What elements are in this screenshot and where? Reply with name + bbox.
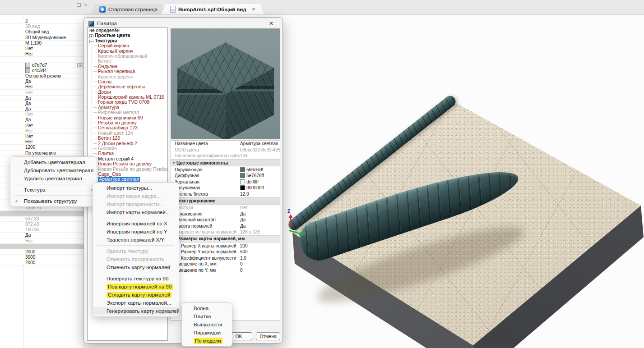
property-row[interactable]: 2000 bbox=[0, 249, 84, 255]
property-row[interactable]: 537.33 bbox=[0, 216, 84, 222]
property-grid-row[interactable]: СглаживаниеДа bbox=[171, 211, 280, 217]
tree-item[interactable]: Биолайн bbox=[88, 146, 167, 151]
texture-menu-item[interactable]: Повернуть текстуру на 90 bbox=[93, 275, 179, 283]
property-row[interactable]: М 1:100 bbox=[0, 41, 84, 46]
property-grid-row[interactable]: Высота нормалейДа bbox=[171, 223, 280, 229]
tree-item[interactable]: Красное дерево bbox=[88, 74, 167, 79]
tree-item[interactable]: Деревянные перголы bbox=[88, 84, 167, 89]
tree-item[interactable]: Новые кирпичики 69 bbox=[88, 115, 167, 120]
tree-item[interactable]: Арматура светлая bbox=[88, 177, 167, 182]
tree-item[interactable]: −Текстуры bbox=[88, 38, 167, 43]
texture-menu-item[interactable]: Инверсия нормалей по Y bbox=[93, 228, 179, 236]
tree-expander-icon[interactable]: + bbox=[89, 34, 93, 38]
tree-item[interactable]: Арматура bbox=[88, 105, 167, 110]
property-row[interactable]: Да bbox=[0, 101, 84, 106]
property-row[interactable]: Да bbox=[0, 117, 84, 123]
property-row[interactable]: 872.43 bbox=[0, 222, 84, 227]
property-grid-row[interactable]: Окружающая566c6cff bbox=[171, 166, 280, 173]
texture-menu-item[interactable]: Импорт карты нормалей... bbox=[93, 208, 179, 216]
tree-expander-icon[interactable]: − bbox=[89, 40, 93, 43]
tree-item[interactable]: Бетон 126 bbox=[88, 136, 167, 141]
property-row[interactable]: Нет bbox=[0, 238, 84, 244]
property-grid-row[interactable]: Размер Y карты нормалей500 bbox=[171, 249, 280, 255]
cancel-button[interactable]: Отмена bbox=[256, 332, 280, 340]
tree-item[interactable]: Бетон bbox=[88, 59, 167, 64]
generate-menu-item[interactable]: По модели bbox=[182, 337, 232, 345]
property-grid-row[interactable]: Излучаемая000000ff bbox=[171, 185, 280, 191]
property-row[interactable]: Нет bbox=[0, 84, 84, 90]
tree-item[interactable]: Новый цвет 124 bbox=[88, 131, 167, 136]
tree-item[interactable]: Доски bbox=[88, 90, 167, 95]
dialog-title-bar[interactable]: Палитра ✕ bbox=[88, 20, 278, 27]
texture-menu-item[interactable]: Генерировать карту нормалей› bbox=[93, 307, 179, 315]
texture-menu-item[interactable]: Сгладить карту нормалей bbox=[93, 291, 179, 299]
generate-menu-item[interactable]: Плитка bbox=[182, 312, 232, 321]
dialog-close-icon[interactable]: ✕ bbox=[266, 19, 276, 27]
property-grid-row[interactable]: Смещение по X, мм0 bbox=[171, 261, 280, 267]
property-row[interactable]: Общий вид bbox=[0, 29, 84, 35]
tab-bumparm-view[interactable]: BumpArm1.spf:Общий вид ✕ bbox=[161, 4, 264, 14]
context-menu-item[interactable]: Дублировать цветоматериал bbox=[10, 166, 97, 174]
context-menu-item[interactable]: Добавить цветоматериал bbox=[10, 158, 97, 166]
tree-item[interactable]: Ондулин bbox=[88, 64, 167, 69]
property-row[interactable]: c4c3d4 bbox=[0, 68, 84, 73]
property-section-header[interactable]: ▾Текстурирование bbox=[171, 197, 280, 205]
property-row[interactable]: Да bbox=[0, 233, 84, 238]
property-row[interactable]: Нет bbox=[0, 46, 84, 51]
property-grid-row[interactable]: Размер X карты нормалей200 bbox=[171, 243, 280, 249]
tree-item[interactable]: Йоркширский камень ML 0716 bbox=[88, 95, 167, 100]
context-menu-item[interactable]: Текстура› bbox=[10, 186, 97, 194]
tree-item[interactable]: Серый кирпич bbox=[88, 43, 167, 48]
tree-item[interactable]: Кирпич облицовочный bbox=[88, 54, 167, 59]
property-row[interactable]: Нет bbox=[0, 51, 84, 57]
panel-close-icon[interactable]: ✕ bbox=[84, 3, 88, 7]
generate-menu-item[interactable]: Волна bbox=[182, 304, 232, 312]
tree-item[interactable]: Рыжая черепица bbox=[88, 69, 167, 74]
property-row[interactable]: 3D вид bbox=[0, 24, 84, 29]
property-section-header[interactable]: ▾Цветовые компоненты bbox=[171, 159, 280, 167]
tree-item[interactable]: Рифлёный металл bbox=[88, 110, 167, 115]
tree-item[interactable]: Плитка bbox=[88, 151, 167, 156]
texture-menu-item[interactable]: Отменить карту нормалей bbox=[93, 263, 179, 271]
property-row[interactable]: По умолчанию bbox=[0, 151, 84, 156]
property-row[interactable]: 160.95 bbox=[0, 227, 84, 233]
tab-close-icon[interactable]: ✕ bbox=[252, 7, 255, 12]
context-menu-item[interactable]: Удалить цветоматериал bbox=[10, 174, 97, 183]
tree-item[interactable]: Резьба по дереву bbox=[88, 120, 167, 125]
property-row[interactable]: Нет bbox=[0, 123, 84, 128]
property-row[interactable]: Нет bbox=[0, 90, 84, 95]
dropdown-button[interactable]: ▾ bbox=[77, 63, 83, 69]
tree-item[interactable]: 2 Доски рельеф 2 bbox=[88, 141, 167, 146]
property-section-header[interactable]: Размеры карты нормалей, мм bbox=[175, 235, 280, 243]
property-row[interactable]: 2000 bbox=[0, 260, 84, 266]
context-menu-item[interactable]: ✓Показывать структуру bbox=[10, 197, 97, 205]
property-row[interactable]: Нет bbox=[0, 134, 84, 139]
property-row[interactable]: Нет bbox=[0, 139, 84, 145]
property-row[interactable]: Да bbox=[0, 106, 84, 112]
property-grid-row[interactable]: Название цветаАрматура светлая bbox=[171, 141, 280, 147]
panel-float-icon[interactable] bbox=[77, 3, 81, 7]
tree-item[interactable]: Горная гряда TVD 0708 bbox=[88, 100, 167, 105]
tree-item[interactable]: Сетка-рабица 123 bbox=[88, 125, 167, 130]
property-row[interactable]: 1200 bbox=[0, 145, 84, 150]
tree-item[interactable]: Cage_Opa bbox=[88, 172, 167, 177]
property-grid-row[interactable]: Разрешение карты нормалей128 x 128 bbox=[171, 229, 280, 235]
property-grid-row[interactable]: Зеркальнаяdeffffff bbox=[171, 179, 280, 185]
tab-start-page[interactable]: Стартовая страница bbox=[90, 4, 167, 14]
property-row[interactable]: 2 bbox=[0, 18, 84, 24]
generate-menu-item[interactable]: Пирамидки bbox=[182, 329, 232, 337]
tree-item[interactable]: Металл серый 4 bbox=[88, 156, 167, 161]
property-row[interactable]: 3000 bbox=[0, 255, 84, 260]
property-grid-row[interactable]: Диффузная5e7676ff bbox=[171, 173, 280, 179]
tree-item[interactable]: Новая Резьба по дереву bbox=[88, 161, 167, 166]
property-grid-row[interactable]: GUID цветаb9bbc622-8e92-435... bbox=[171, 147, 280, 153]
property-row[interactable]: Да bbox=[0, 79, 84, 84]
property-grid-row[interactable]: Степень блеска12.0 bbox=[171, 191, 280, 197]
texture-menu-item[interactable]: Инверсия нормалей по X bbox=[93, 220, 179, 228]
tree-item[interactable]: Сосна bbox=[88, 79, 167, 84]
tree-item[interactable]: +Простые цвета bbox=[88, 33, 167, 38]
generate-menu-item[interactable]: Выпуклости bbox=[182, 321, 232, 329]
texture-menu-item[interactable]: Импорт текстуры... bbox=[93, 184, 179, 192]
property-row[interactable]: d7d7d7▾ bbox=[0, 63, 84, 68]
tree-item[interactable]: Новая Резьба по дереву Повёрнуто bbox=[88, 167, 167, 172]
